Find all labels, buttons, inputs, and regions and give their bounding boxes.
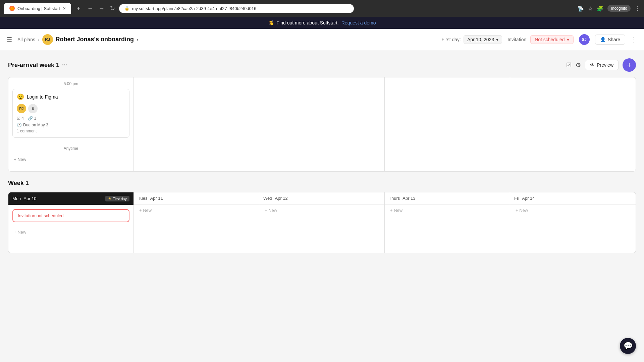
assignee-avatar: RJ xyxy=(17,104,26,113)
forward-btn[interactable]: → xyxy=(97,4,106,13)
due-text: Due on May 3 xyxy=(23,123,48,127)
incognito-badge: Incognito xyxy=(607,5,631,12)
day-header-fri: Fri Apr 14 xyxy=(510,192,636,204)
check-action-btn[interactable]: ☑ xyxy=(566,61,572,69)
add-task-btn[interactable]: + xyxy=(623,58,636,72)
first-day-picker[interactable]: Apr 10, 2023 ▾ xyxy=(464,35,502,44)
preview-btn[interactable]: 👁 Preview xyxy=(585,60,619,70)
share-label: Share xyxy=(608,37,620,42)
app-header: ☰ All plans › RJ Robert Jonas's onboardi… xyxy=(0,29,644,50)
star-icon: ★ xyxy=(108,196,111,201)
invitation-not-scheduled-card[interactable]: Invitation not scheduled xyxy=(12,209,129,222)
task-title-text: Login to Figma xyxy=(27,94,58,100)
new-item-label: + New xyxy=(14,157,26,162)
address-text: my.softstart.app/plans/e82cae2a-2d39-4e4… xyxy=(132,6,257,11)
day-date-wed: Apr 12 xyxy=(275,196,288,201)
header-more-btn[interactable]: ⋮ xyxy=(631,36,637,44)
reload-btn[interactable]: ↻ xyxy=(109,3,116,13)
tue-new-label: + New xyxy=(139,208,152,213)
day-header-tue: Tues Apr 11 xyxy=(134,192,259,204)
main-content: Pre-arrival week 1 ··· ☑ ⚙ 👁 Preview + 5… xyxy=(0,50,644,361)
lock-icon: 🔒 xyxy=(124,6,129,11)
tue-new-btn[interactable]: + New xyxy=(134,204,259,216)
wed-new-label: + New xyxy=(265,208,277,213)
new-tab-btn[interactable]: + xyxy=(74,3,83,14)
user-avatar[interactable]: SJ xyxy=(579,34,590,45)
invitation-status-badge[interactable]: Not scheduled ▾ xyxy=(530,35,574,44)
browser-tab[interactable]: 🟠 Onboarding | Softstart × xyxy=(4,3,71,14)
browser-chrome: 🟠 Onboarding | Softstart × + ← → ↻ 🔒 my.… xyxy=(0,0,644,17)
mon-new-btn[interactable]: + New xyxy=(8,226,133,238)
browser-actions: 📡 ☆ 🧩 Incognito ⋮ xyxy=(577,5,640,12)
day-header-wed: Wed Apr 12 xyxy=(259,192,384,204)
menu-btn[interactable]: ☰ xyxy=(7,36,12,43)
pre-arrival-title-text: Pre-arrival week 1 xyxy=(8,62,59,69)
week1-col-thu: Thurs Apr 13 + New xyxy=(385,192,510,253)
task-emoji: 😵 xyxy=(17,93,24,101)
cast-icon[interactable]: 📡 xyxy=(577,5,584,12)
week1-title: Week 1 xyxy=(8,180,636,187)
chat-bubble-btn[interactable]: 💬 xyxy=(620,338,636,354)
checklist-count: 4 xyxy=(21,116,24,121)
share-button[interactable]: 👤 Share xyxy=(595,35,625,45)
task-title: 😵 Login to Figma xyxy=(17,93,125,101)
link-count: 1 xyxy=(34,116,36,121)
pre-arrival-dots[interactable]: ··· xyxy=(62,62,67,69)
first-day-dropdown-icon: ▾ xyxy=(496,37,498,42)
pre-arrival-section-header: Pre-arrival week 1 ··· ☑ ⚙ 👁 Preview + xyxy=(8,58,636,72)
all-plans-link[interactable]: All plans xyxy=(17,37,35,42)
pre-arrival-col-2 xyxy=(134,77,259,171)
not-scheduled-dropdown-icon: ▾ xyxy=(567,37,569,42)
due-icon: 🕐 xyxy=(17,123,22,127)
extensions-icon[interactable]: 🧩 xyxy=(597,5,603,12)
task-due: 🕐 Due on May 3 xyxy=(17,123,125,127)
back-btn[interactable]: ← xyxy=(86,4,95,13)
bookmark-icon[interactable]: ☆ xyxy=(588,5,593,12)
first-day-label: First day: xyxy=(441,37,461,42)
checklist-meta: ☑ 4 xyxy=(17,116,24,121)
thu-new-btn[interactable]: + New xyxy=(385,204,510,216)
tab-favicon: 🟠 xyxy=(9,6,15,11)
share-icon: 👤 xyxy=(600,37,606,42)
fri-new-label: + New xyxy=(516,208,528,213)
thu-new-label: + New xyxy=(390,208,402,213)
week1-grid: Mon Apr 10 ★ First day Invitation not sc… xyxy=(8,192,636,253)
day-header-mon: Mon Apr 10 ★ First day xyxy=(8,192,133,205)
wed-new-btn[interactable]: + New xyxy=(259,204,384,216)
new-item-btn[interactable]: + New xyxy=(8,154,133,165)
nav-controls: ← → ↻ xyxy=(86,3,116,13)
pre-arrival-col-3 xyxy=(259,77,385,171)
pre-arrival-col-5 xyxy=(510,77,636,171)
first-day-tag: ★ First day xyxy=(105,196,129,201)
filter-action-btn[interactable]: ⚙ xyxy=(576,61,581,69)
task-card[interactable]: 😵 Login to Figma RJ 6 ☑ 4 🔗 1 🕐 Due on M… xyxy=(12,89,129,138)
task-meta: ☑ 4 🔗 1 xyxy=(17,116,125,121)
not-scheduled-text: Not scheduled xyxy=(535,37,565,42)
preview-icon: 👁 xyxy=(590,62,595,68)
anytime-label: Anytime xyxy=(8,142,133,154)
day-name-thu: Thurs xyxy=(389,196,400,201)
fri-new-btn[interactable]: + New xyxy=(510,204,636,216)
task-time: 5:00 pm xyxy=(8,77,133,89)
day-header-thu: Thurs Apr 13 xyxy=(385,192,510,204)
pre-arrival-col-4 xyxy=(385,77,510,171)
chat-icon: 💬 xyxy=(624,342,633,350)
day-date-fri: Apr 14 xyxy=(522,196,535,201)
banner-link[interactable]: Request a demo xyxy=(341,20,376,25)
first-day-value-text: Apr 10, 2023 xyxy=(467,37,494,42)
week1-col-tue: Tues Apr 11 + New xyxy=(134,192,259,253)
browser-menu-icon[interactable]: ⋮ xyxy=(635,5,640,12)
preview-label: Preview xyxy=(597,62,613,68)
day-date-thu: Apr 13 xyxy=(402,196,415,201)
address-bar[interactable]: 🔒 my.softstart.app/plans/e82cae2a-2d39-4… xyxy=(119,4,354,13)
breadcrumb-arrow: › xyxy=(38,37,40,42)
day-date-tue: Apr 11 xyxy=(150,196,163,201)
tab-title: Onboarding | Softstart xyxy=(17,6,60,11)
week1-section: Week 1 Mon Apr 10 ★ First day Invitation… xyxy=(8,180,636,253)
plan-dropdown-icon[interactable]: ▾ xyxy=(137,37,139,42)
pre-arrival-col-1: 5:00 pm 😵 Login to Figma RJ 6 ☑ 4 🔗 1 🕐 … xyxy=(8,77,134,171)
invitation-section: Invitation: Not scheduled ▾ xyxy=(507,35,573,44)
tab-close-btn[interactable]: × xyxy=(63,6,66,11)
day-name-wed: Wed xyxy=(263,196,272,201)
banner-emoji: 👋 xyxy=(268,20,274,25)
